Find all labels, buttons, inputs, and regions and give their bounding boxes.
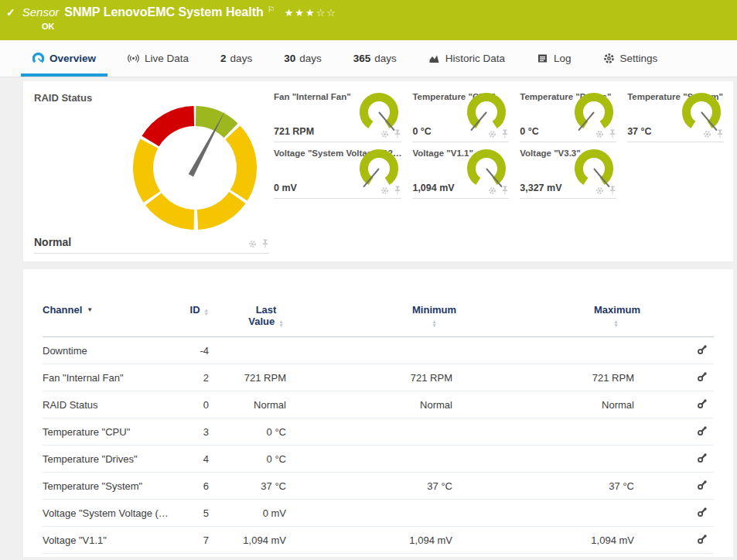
- channel-settings-icon[interactable]: [697, 371, 708, 382]
- pin-icon[interactable]: [716, 129, 724, 138]
- tab-historic-data[interactable]: Historic Data: [427, 40, 507, 77]
- pin-icon[interactable]: [261, 239, 269, 248]
- gear-icon: [603, 53, 615, 64]
- cell-id: -4: [170, 337, 209, 364]
- channels-table: Channel▼ID▲▼Last Value▲▼Minimum▲▼Maximum…: [43, 285, 714, 560]
- flag-icon[interactable]: ⚐: [268, 5, 275, 15]
- gauge-cell: Voltage "V1.1"1,094 mV: [412, 145, 509, 199]
- sort-icon[interactable]: ▲▼: [204, 308, 209, 316]
- sort-caret-icon[interactable]: ▼: [87, 306, 93, 313]
- gear-icon[interactable]: [488, 130, 496, 138]
- cell-id: 4: [170, 446, 209, 473]
- cell-min: 3,327 mV: [286, 554, 452, 560]
- tab-overview[interactable]: Overview: [31, 40, 97, 77]
- tab-label: Settings: [620, 53, 658, 64]
- cell-actions: [634, 418, 714, 446]
- channel-settings-icon[interactable]: [697, 452, 708, 463]
- sort-icon[interactable]: ▲▼: [278, 319, 283, 327]
- tab-log[interactable]: Log: [535, 40, 573, 77]
- tab-2-days[interactable]: 2days: [219, 40, 254, 77]
- tab-365-days[interactable]: 365days: [352, 40, 398, 77]
- channel-settings-icon[interactable]: [697, 534, 708, 545]
- cell-min: [286, 337, 452, 364]
- column-header-channel[interactable]: Channel▼: [43, 285, 170, 337]
- column-header-last[interactable]: Last Value▲▼: [209, 285, 286, 337]
- pin-icon[interactable]: [394, 129, 401, 138]
- column-header-label: Last Value▲▼: [246, 304, 286, 327]
- tab-settings[interactable]: Settings: [602, 40, 660, 77]
- gear-icon[interactable]: [595, 186, 604, 195]
- gauge-actions: [595, 186, 616, 195]
- gear-icon[interactable]: [488, 186, 496, 195]
- small-gauge: [464, 148, 509, 191]
- gear-icon[interactable]: [248, 240, 257, 248]
- gauge-actions: [380, 129, 401, 138]
- gauge-actions: [703, 129, 724, 138]
- gauge-cell: Temperature "CPU"0 °C: [412, 89, 509, 142]
- gauge-icon: [32, 53, 44, 64]
- table-header-row: Channel▼ID▲▼Last Value▲▼Minimum▲▼Maximum…: [43, 285, 714, 337]
- small-gauge: [572, 148, 616, 191]
- sensor-page: ✓ Sensor SNMP LenovoEMC System Health ⚐ …: [0, 0, 737, 557]
- channel-settings-icon[interactable]: [697, 425, 708, 436]
- channel-settings-icon[interactable]: [697, 344, 708, 355]
- cell-id: 6: [170, 473, 209, 500]
- table-row: RAID Status0NormalNormalNormal: [43, 391, 714, 418]
- cell-last: 0 mV: [209, 500, 286, 527]
- pin-icon[interactable]: [501, 129, 509, 138]
- sort-icon[interactable]: ▲▼: [613, 319, 618, 327]
- star-empty-icon[interactable]: ☆: [326, 7, 337, 19]
- small-gauge: [572, 91, 616, 135]
- star-empty-icon[interactable]: ☆: [316, 7, 327, 19]
- cell-channel: Temperature "Drives": [43, 446, 170, 473]
- gear-icon[interactable]: [595, 130, 604, 138]
- area-chart-icon: [428, 53, 440, 64]
- star-filled-icon[interactable]: ★: [285, 7, 295, 19]
- channel-settings-icon[interactable]: [697, 398, 708, 409]
- star-filled-icon[interactable]: ★: [305, 7, 316, 19]
- cell-id: 2: [170, 364, 209, 391]
- cell-actions: [634, 391, 714, 418]
- gauge-cell: Temperature "System"37 °C: [627, 89, 724, 142]
- pin-icon[interactable]: [609, 186, 616, 195]
- raid-status-gauge: [127, 100, 263, 236]
- cell-channel: RAID Status: [43, 391, 170, 418]
- cell-actions: [634, 473, 714, 500]
- pin-icon[interactable]: [501, 186, 509, 195]
- table-body: Downtime-4Fan "Internal Fan"2721 RPM721 …: [43, 337, 714, 560]
- channels-table-panel: Channel▼ID▲▼Last Value▲▼Minimum▲▼Maximum…: [23, 269, 733, 557]
- gear-icon[interactable]: [703, 130, 711, 138]
- cell-last: 37 °C: [209, 473, 286, 500]
- table-row: Temperature "CPU"30 °C: [43, 418, 714, 446]
- tab-live-data[interactable]: Live Data: [126, 40, 190, 77]
- cell-max: 1,094 mV: [452, 527, 634, 554]
- pin-icon[interactable]: [609, 129, 616, 138]
- priority-stars[interactable]: ★★★☆☆: [285, 7, 337, 19]
- star-filled-icon[interactable]: ★: [295, 7, 305, 19]
- gear-icon[interactable]: [380, 186, 389, 195]
- cell-max: [452, 446, 634, 473]
- pin-icon[interactable]: [394, 186, 401, 195]
- sort-icon[interactable]: ▲▼: [432, 319, 436, 327]
- cell-last: 3,327 mV: [209, 554, 286, 560]
- cell-channel: Temperature "System": [43, 473, 170, 500]
- column-header-label: Maximum▲▼: [594, 304, 634, 327]
- tab-30-days[interactable]: 30days: [282, 40, 323, 77]
- cell-id: 5: [170, 500, 209, 527]
- column-header-label: ID▲▼: [190, 304, 209, 316]
- table-row: Downtime-4: [43, 337, 714, 364]
- cell-last: 0 °C: [209, 446, 286, 473]
- channel-settings-icon[interactable]: [697, 507, 708, 517]
- gear-icon[interactable]: [380, 130, 389, 138]
- column-header-min[interactable]: Minimum▲▼: [286, 285, 452, 337]
- tab-label: Live Data: [145, 53, 189, 64]
- tab-number: 30: [284, 53, 295, 64]
- gauge-value: Normal: [34, 236, 71, 248]
- cell-actions: [634, 500, 714, 527]
- column-header-max[interactable]: Maximum▲▼: [452, 285, 634, 337]
- cell-last: Normal: [209, 391, 286, 418]
- gauge-actions: [248, 239, 269, 248]
- channel-settings-icon[interactable]: [697, 480, 708, 490]
- column-header-id[interactable]: ID▲▼: [170, 285, 209, 337]
- cell-min: [286, 418, 452, 446]
